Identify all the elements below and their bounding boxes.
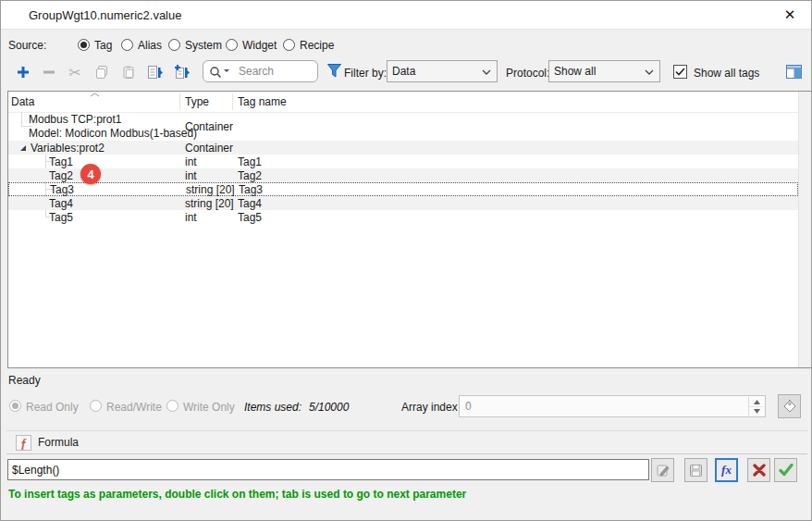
column-header-tag-name[interactable]: Tag name — [238, 95, 287, 108]
floppy-disk-icon — [689, 464, 703, 478]
filter-funnel-icon — [326, 63, 342, 79]
tag-picker-button[interactable] — [778, 394, 801, 418]
radio-write-only-label[interactable]: Write Only — [183, 401, 235, 414]
array-index-spinner[interactable]: 0 — [459, 395, 766, 417]
plus-icon — [16, 65, 31, 80]
cancel-formula-button[interactable] — [747, 458, 770, 482]
show-all-tags-label[interactable]: Show all tags — [694, 67, 759, 80]
array-index-value: 0 — [465, 400, 472, 413]
spinner-down-button[interactable] — [749, 406, 764, 416]
fx-function-button[interactable]: fx — [715, 458, 738, 482]
chevron-down-icon — [482, 69, 491, 75]
array-index-label: Array index — [401, 401, 458, 414]
search-icon — [209, 66, 231, 79]
paste-button[interactable] — [117, 61, 140, 83]
tree-header: Data Type Tag name — [8, 92, 811, 113]
remove-tag-button[interactable] — [38, 61, 60, 83]
green-check-icon — [779, 464, 794, 477]
radio-read-write[interactable] — [90, 400, 102, 412]
tree-row-tag5[interactable]: Tag5 int Tag5 — [8, 210, 811, 224]
radio-source-recipe[interactable] — [283, 39, 295, 51]
tag-tree-panel: Data Type Tag name Modbus TCP:prot1 Mode… — [7, 91, 812, 368]
columns-panel-button[interactable] — [782, 60, 805, 82]
filter-select-value: Data — [392, 65, 415, 78]
radio-source-system[interactable] — [168, 39, 180, 51]
radio-write-only[interactable] — [166, 400, 178, 412]
items-used-label: Items used: — [244, 401, 301, 414]
radio-source-recipe-label[interactable]: Recipe — [300, 39, 334, 52]
radio-source-tag[interactable] — [78, 39, 90, 51]
protocol-select-value: Show all — [554, 65, 596, 78]
search-box — [203, 60, 318, 82]
radio-source-widget[interactable] — [226, 39, 238, 51]
radio-source-tag-label[interactable]: Tag — [94, 39, 112, 52]
search-input[interactable] — [237, 64, 316, 79]
column-header-data[interactable]: Data — [11, 95, 34, 108]
formula-header-label: Formula — [38, 436, 79, 449]
import-tags-button[interactable] — [171, 61, 193, 83]
tag-icon — [782, 399, 797, 414]
expanded-arrow-icon[interactable] — [19, 144, 27, 152]
formula-hint-text: To insert tags as parameters, double cli… — [8, 488, 466, 501]
source-label: Source: — [8, 39, 46, 52]
items-used-value: 5/10000 — [309, 401, 349, 414]
close-icon[interactable]: ✕ — [769, 1, 811, 29]
radio-source-alias[interactable] — [121, 39, 133, 51]
tree-row-tag3[interactable]: Tag3 string [20] Tag3 — [8, 182, 798, 196]
add-tag-button[interactable] — [12, 61, 34, 83]
edit-formula-button[interactable] — [651, 458, 674, 482]
paste-icon — [121, 65, 136, 80]
import-icon — [174, 65, 191, 81]
filter-select[interactable]: Data — [387, 60, 498, 82]
tree-row-protocol-modbus[interactable]: Modbus TCP:prot1 Model: Modicon Modbus(1… — [8, 112, 811, 141]
protocol-label: Protocol: — [506, 67, 549, 80]
protocol-select[interactable]: Show all — [548, 60, 660, 82]
pencil-icon — [656, 463, 671, 478]
dialog-title: GroupWgt10.numeric2.value — [29, 8, 181, 22]
check-icon — [675, 68, 685, 76]
save-formula-button[interactable] — [684, 458, 707, 482]
show-all-tags-checkbox[interactable] — [673, 65, 687, 79]
tree-row-protocol-variables[interactable]: Variables:prot2 Container — [8, 141, 811, 155]
formula-section-header: f Formula — [6, 430, 807, 454]
radio-source-system-label[interactable]: System — [185, 39, 222, 52]
red-x-icon — [753, 464, 766, 477]
column-header-type[interactable]: Type — [185, 95, 209, 108]
tree-vertical-scrollbar[interactable] — [798, 92, 811, 367]
sort-ascending-icon — [90, 93, 100, 97]
copy-icon — [94, 65, 109, 80]
status-text: Ready — [8, 374, 41, 387]
tree-row-tag1[interactable]: Tag1 int Tag1 — [8, 155, 811, 168]
minus-icon — [42, 65, 56, 80]
title-bar: GroupWgt10.numeric2.value ✕ — [1, 1, 811, 30]
scissors-icon: ✂ — [68, 64, 80, 81]
confirm-formula-button[interactable] — [774, 458, 797, 482]
radio-read-only-label[interactable]: Read Only — [26, 401, 79, 414]
cut-button[interactable]: ✂ — [64, 61, 86, 83]
export-icon — [147, 65, 164, 81]
formula-icon: f — [16, 435, 31, 451]
chevron-down-icon — [645, 69, 654, 75]
radio-read-only[interactable] — [9, 400, 21, 412]
radio-source-widget-label[interactable]: Widget — [242, 39, 277, 52]
export-tags-button[interactable] — [144, 61, 166, 83]
columns-icon — [785, 64, 803, 80]
radio-source-alias-label[interactable]: Alias — [138, 39, 162, 52]
click-step-badge: 4 — [80, 164, 101, 184]
copy-button[interactable] — [91, 61, 113, 83]
formula-input[interactable] — [7, 459, 649, 480]
filter-by-label: Filter by: — [344, 67, 387, 80]
radio-read-write-label[interactable]: Read/Write — [106, 401, 162, 414]
tree-row-tag4[interactable]: Tag4 string [20] Tag4 — [8, 196, 811, 210]
tag-browser-dialog: GroupWgt10.numeric2.value ✕ Source: Tag … — [0, 0, 812, 521]
tree-row-tag2[interactable]: Tag2 int Tag2 — [8, 168, 811, 182]
